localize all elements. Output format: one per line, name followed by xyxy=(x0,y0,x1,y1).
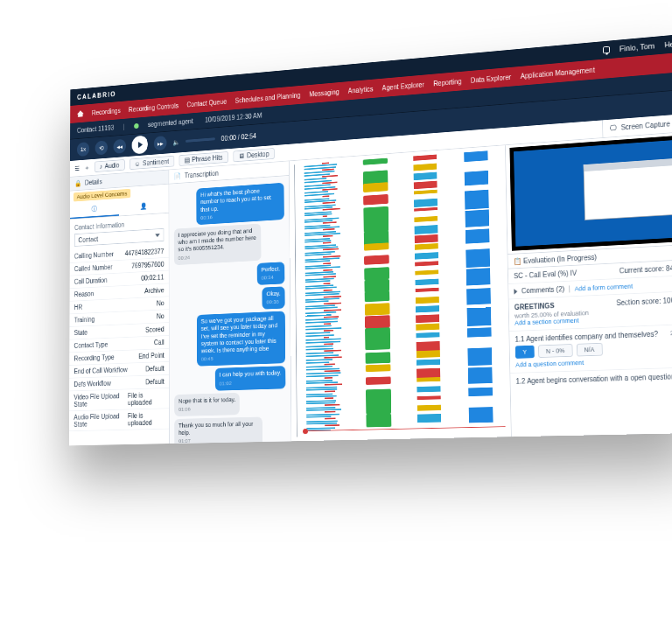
agent-name[interactable]: segmented agent xyxy=(148,117,193,128)
forward-button[interactable]: ▸▸ xyxy=(154,136,167,150)
nav-recordings[interactable]: Recordings xyxy=(92,107,121,116)
question-1-answers: Y N - 0% N/A xyxy=(515,339,672,359)
message-cust[interactable]: I appreciate you doing that and who am I… xyxy=(174,222,284,265)
detail-row: Audio File Upload StateFile is uploaded xyxy=(69,409,169,431)
right-column: 📋 Evaluation (In Progress) SC - Call Eva… xyxy=(506,132,672,437)
answer-no[interactable]: N - 0% xyxy=(538,344,572,358)
tab-phrase-hits[interactable]: ▤ Phrase Hits xyxy=(178,151,228,166)
message-agent[interactable]: Perfect.00:34 xyxy=(174,262,285,290)
nav-analytics[interactable]: Analytics xyxy=(348,85,374,94)
nav-contact-queue[interactable]: Contact Queue xyxy=(186,98,227,108)
lane-desktop xyxy=(452,150,506,433)
time-ruler xyxy=(294,164,304,437)
detail-list: Calling Number447841822377Called Number7… xyxy=(69,245,169,431)
hamburger-icon[interactable]: ☰ xyxy=(74,164,80,171)
nav-messaging[interactable]: Messaging xyxy=(309,87,339,97)
bell-icon[interactable] xyxy=(603,46,610,54)
message-cust[interactable]: Thank you so much for all your help.01:0… xyxy=(174,416,286,444)
tab-audio[interactable]: ♪ Audio xyxy=(94,159,124,172)
add-form-comment[interactable]: Add a form comment xyxy=(575,283,634,292)
tab-desktop[interactable]: 🖥 Desktop xyxy=(233,148,275,162)
nav-recording-controls[interactable]: Recording Controls xyxy=(129,101,178,113)
lane-sentiment xyxy=(353,157,402,436)
message-agent[interactable]: Okay.00:36 xyxy=(174,286,285,313)
message-agent[interactable]: So we've got your package all set, will … xyxy=(174,311,285,367)
speed-button[interactable]: 1x xyxy=(77,142,89,157)
panel-title-transcription: Transcription xyxy=(185,170,219,179)
add-view-icon[interactable]: ＋ xyxy=(84,163,90,172)
lock-icon: 🔒 xyxy=(74,179,81,186)
play-button[interactable] xyxy=(132,136,149,155)
message-agent[interactable]: I can help you with today.01:02 xyxy=(174,366,285,391)
answer-yes[interactable]: Y xyxy=(515,346,535,359)
tab-sentiment[interactable]: ☺ Sentiment xyxy=(130,156,174,170)
transcript-icon: 📄 xyxy=(174,172,181,180)
detail-row: Video File Upload StateFile is uploaded xyxy=(69,388,169,411)
panel-title-evaluation: Evaluation (In Progress) xyxy=(523,253,597,264)
volume-icon[interactable]: 🔈 xyxy=(172,138,179,146)
contact-date: 10/09/2019 12:30 AM xyxy=(205,112,262,124)
evaluation-current-score: Current score: 84.56% xyxy=(620,263,672,275)
clipboard-icon: 📋 xyxy=(514,257,522,265)
chevron-down-icon xyxy=(155,234,159,237)
chevron-right-icon xyxy=(514,289,517,295)
screen-capture-panel xyxy=(506,132,672,255)
answer-na[interactable]: N/A xyxy=(577,343,603,357)
nav-reporting[interactable]: Reporting xyxy=(433,77,461,87)
evaluation-form-name: SC - Call Eval (%) IV xyxy=(514,269,577,280)
app-window: CALABRIO Finlo, Tom Help Recordings Reco… xyxy=(69,33,672,445)
contact-id: Contact 11193 xyxy=(77,124,114,134)
brand-logo: CALABRIO xyxy=(77,90,116,101)
nav-agent-explorer[interactable]: Agent Explorer xyxy=(382,80,424,92)
screen-capture-icon: 🖵 xyxy=(610,124,617,132)
nav-application-mgmt[interactable]: Application Management xyxy=(521,66,595,80)
details-sidebar: 🔒 Details Audio Level Concerns ⓘ 👤 Conta… xyxy=(69,170,170,445)
message-agent[interactable]: Hi what's the best phone number to reach… xyxy=(174,183,284,227)
volume-slider[interactable] xyxy=(186,137,215,143)
user-name[interactable]: Finlo, Tom xyxy=(620,41,654,52)
interaction-timeline[interactable] xyxy=(290,145,512,441)
screen-capture-title: Screen Capture xyxy=(621,120,670,131)
main-area: 🔒 Details Audio Level Concerns ⓘ 👤 Conta… xyxy=(69,132,672,446)
home-icon[interactable] xyxy=(77,110,84,117)
question-2-text: 1.2 Agent begins conversation with a ope… xyxy=(516,373,672,386)
play-time: 00:00 / 02:54 xyxy=(221,132,256,142)
transcript-thread[interactable]: Hi what's the best phone number to reach… xyxy=(169,176,290,444)
evaluation-body: SC - Call Eval (%) IV Current score: 84.… xyxy=(508,260,672,437)
rewind-button[interactable]: ◂◂ xyxy=(114,139,126,154)
nav-schedules-planning[interactable]: Schedules and Planning xyxy=(235,91,301,104)
nav-data-explorer[interactable]: Data Explorer xyxy=(471,73,511,83)
message-cust[interactable]: Nope that is it for today.01:06 xyxy=(174,391,285,416)
transcription-panel: 📄 Transcription Hi what's the best phone… xyxy=(169,161,291,444)
panel-title-details: Details xyxy=(85,178,102,186)
lane-audio-waveform xyxy=(304,161,352,437)
help-link[interactable]: Help xyxy=(664,39,672,49)
section-name: GREETINGS xyxy=(514,302,555,311)
presence-icon xyxy=(134,123,138,129)
skip-back-button[interactable]: ⟲ xyxy=(95,140,108,155)
screen-capture-video[interactable] xyxy=(509,135,672,251)
lane-phrase-hits xyxy=(402,154,453,435)
